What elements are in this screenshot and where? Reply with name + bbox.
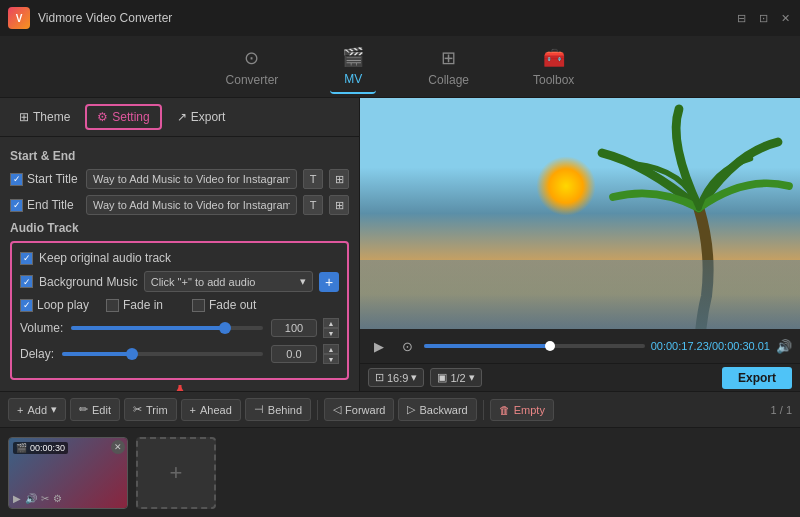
edit-button[interactable]: ✏ Edit xyxy=(70,398,120,421)
clips-icon: ▣ xyxy=(437,371,447,384)
delay-slider-thumb[interactable] xyxy=(126,348,138,360)
edit-icon: ✏ xyxy=(79,403,88,416)
start-title-check-label: ✓ Start Title xyxy=(10,172,80,186)
trim-button[interactable]: ✂ Trim xyxy=(124,398,177,421)
progress-thumb[interactable] xyxy=(545,341,555,351)
clip-sound-icon[interactable]: 🔊 xyxy=(25,493,37,504)
start-title-text-icon[interactable]: T xyxy=(303,169,323,189)
export-arrow-icon: ↗ xyxy=(177,110,187,124)
clips-button[interactable]: ▣ 1/2 ▾ xyxy=(430,368,481,387)
clip-time-icon: 🎬 xyxy=(16,443,27,453)
end-title-text-icon[interactable]: T xyxy=(303,195,323,215)
tab-mv[interactable]: 🎬 MV xyxy=(330,40,376,94)
ratio-icon: ⊡ xyxy=(375,371,384,384)
setting-gear-icon: ⚙ xyxy=(97,110,108,124)
end-title-input[interactable] xyxy=(86,195,297,215)
volume-icon[interactable]: 🔊 xyxy=(776,339,792,354)
bg-music-row: ✓ Background Music Click "+" to add audi… xyxy=(20,271,339,292)
stop-button[interactable]: ⊙ xyxy=(396,335,418,357)
clip-icons: ▶ 🔊 ✂ ⚙ xyxy=(13,493,123,504)
progress-bar[interactable] xyxy=(424,344,645,348)
fade-in-label: Fade in xyxy=(106,298,176,312)
backward-button[interactable]: ▷ Backward xyxy=(398,398,476,421)
clips-label: 1/2 xyxy=(450,372,465,384)
tab-toolbox[interactable]: 🧰 Toolbox xyxy=(521,41,586,93)
arrow-head xyxy=(172,385,188,391)
delay-value[interactable]: 0.0 xyxy=(271,345,317,363)
close-button[interactable]: ✕ xyxy=(778,11,792,25)
end-title-checkbox[interactable]: ✓ xyxy=(10,199,23,212)
video-sub-controls: ⊡ 16:9 ▾ ▣ 1/2 ▾ Export xyxy=(360,363,800,391)
volume-slider[interactable] xyxy=(71,326,263,330)
forward-button[interactable]: ◁ Forward xyxy=(324,398,394,421)
sub-nav-setting[interactable]: ⚙ Setting xyxy=(85,104,161,130)
clip-close-button[interactable]: ✕ xyxy=(111,440,125,454)
bottom-toolbar: + Add ▾ ✏ Edit ✂ Trim + Ahead ⊣ Behind ◁… xyxy=(0,391,800,427)
tab-mv-label: MV xyxy=(344,72,362,86)
play-button[interactable]: ▶ xyxy=(368,335,390,357)
bg-music-checkbox[interactable]: ✓ xyxy=(20,275,33,288)
arrow-shaft xyxy=(178,385,181,391)
end-title-check-label: ✓ End Title xyxy=(10,198,80,212)
add-audio-button[interactable]: + xyxy=(319,272,339,292)
end-title-row: ✓ End Title T ⊞ xyxy=(10,195,349,215)
loop-play-checkbox[interactable]: ✓ xyxy=(20,299,33,312)
sub-nav-theme[interactable]: ⊞ Theme xyxy=(8,105,81,129)
volume-slider-thumb[interactable] xyxy=(219,322,231,334)
end-title-grid-icon[interactable]: ⊞ xyxy=(329,195,349,215)
fade-out-checkbox[interactable] xyxy=(192,299,205,312)
add-clip-button[interactable]: + xyxy=(136,437,216,509)
add-icon: + xyxy=(17,404,23,416)
export-button[interactable]: Export xyxy=(722,367,792,389)
end-title-label: End Title xyxy=(27,198,74,212)
backward-icon: ▷ xyxy=(407,403,415,416)
trim-label: Trim xyxy=(146,404,168,416)
fade-in-checkbox[interactable] xyxy=(106,299,119,312)
volume-spinner: ▲ ▼ xyxy=(323,318,339,338)
toolbar-separator-2 xyxy=(483,400,484,420)
progress-fill xyxy=(424,344,550,348)
volume-up-arrow[interactable]: ▲ xyxy=(323,318,339,328)
add-clip-icon: + xyxy=(170,460,183,486)
start-title-checkbox[interactable]: ✓ xyxy=(10,173,23,186)
theme-grid-icon: ⊞ xyxy=(19,110,29,124)
video-background xyxy=(360,98,800,329)
clip-crop-icon[interactable]: ✂ xyxy=(41,493,49,504)
audio-options-row: ✓ Loop play Fade in Fade out xyxy=(20,298,339,312)
sub-nav: ⊞ Theme ⚙ Setting ↗ Export xyxy=(0,98,359,137)
minimize-button[interactable]: ⊟ xyxy=(734,11,748,25)
forward-icon: ◁ xyxy=(333,403,341,416)
ratio-button[interactable]: ⊡ 16:9 ▾ xyxy=(368,368,424,387)
ahead-button[interactable]: + Ahead xyxy=(181,399,241,421)
clip-settings-icon[interactable]: ⚙ xyxy=(53,493,62,504)
maximize-button[interactable]: ⊡ xyxy=(756,11,770,25)
delay-slider-fill xyxy=(62,352,132,356)
keep-original-label: Keep original audio track xyxy=(39,251,171,265)
tab-converter-label: Converter xyxy=(226,73,279,87)
main-content: ⊞ Theme ⚙ Setting ↗ Export Start & End ✓… xyxy=(0,98,800,391)
arrow-indicator xyxy=(10,380,349,391)
delay-down-arrow[interactable]: ▼ xyxy=(323,354,339,364)
behind-button[interactable]: ⊣ Behind xyxy=(245,398,311,421)
add-button[interactable]: + Add ▾ xyxy=(8,398,66,421)
behind-label: Behind xyxy=(268,404,302,416)
sub-nav-export[interactable]: ↗ Export xyxy=(166,105,237,129)
empty-button[interactable]: 🗑 Empty xyxy=(490,399,554,421)
delay-up-arrow[interactable]: ▲ xyxy=(323,344,339,354)
tab-converter[interactable]: ⊙ Converter xyxy=(214,41,291,93)
fade-out-label: Fade out xyxy=(192,298,262,312)
bg-music-dropdown[interactable]: Click "+" to add audio ▾ xyxy=(144,271,313,292)
volume-value[interactable]: 100 xyxy=(271,319,317,337)
clip-time: 🎬 00:00:30 xyxy=(13,442,68,454)
audio-track-title: Audio Track xyxy=(10,221,349,235)
app-logo: V xyxy=(8,7,30,29)
delay-slider[interactable] xyxy=(62,352,263,356)
nav-tabs: ⊙ Converter 🎬 MV ⊞ Collage 🧰 Toolbox xyxy=(0,36,800,98)
keep-original-checkbox[interactable]: ✓ xyxy=(20,252,33,265)
start-title-input[interactable] xyxy=(86,169,297,189)
volume-label: Volume: xyxy=(20,321,63,335)
clip-play-icon[interactable]: ▶ xyxy=(13,493,21,504)
volume-down-arrow[interactable]: ▼ xyxy=(323,328,339,338)
start-title-grid-icon[interactable]: ⊞ xyxy=(329,169,349,189)
tab-collage[interactable]: ⊞ Collage xyxy=(416,41,481,93)
